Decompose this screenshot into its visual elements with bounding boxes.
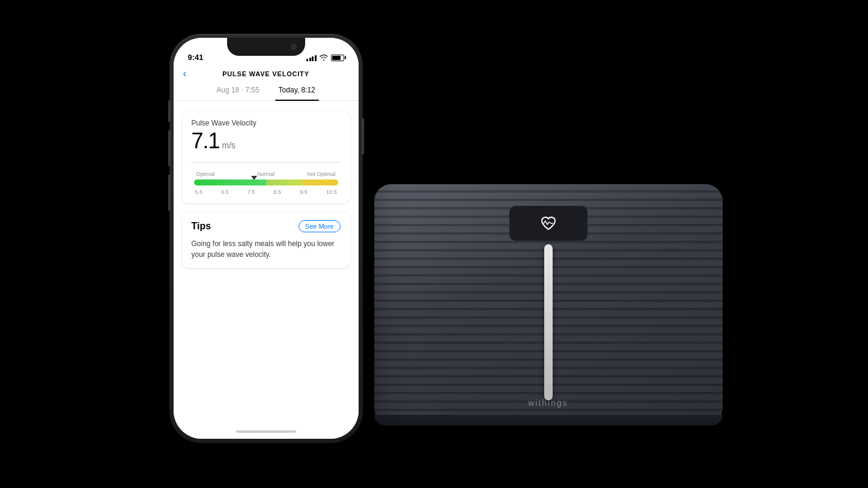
status-time: 9:41 xyxy=(188,53,204,62)
gauge-number-3: 7.5 xyxy=(247,189,255,195)
metric-card: Pulse Wave Velocity 7.1 m/s Optimal Norm… xyxy=(182,110,350,203)
page-title: PULSE WAVE VELOCITY xyxy=(222,70,309,77)
phone-volume-up-button xyxy=(168,130,171,166)
back-button[interactable]: ‹ xyxy=(183,67,187,80)
tips-text: Going for less salty meals will help you… xyxy=(192,238,341,260)
scene: withings 9:41 xyxy=(134,28,735,460)
scale-logo-panel xyxy=(509,206,587,241)
scale-brand-text: withings xyxy=(528,398,568,408)
phone-device: 9:41 xyxy=(170,34,362,442)
signal-bars-icon xyxy=(306,54,317,61)
signal-bar-1 xyxy=(306,59,308,61)
phone-screen: 9:41 xyxy=(174,38,359,439)
date-tab-previous[interactable]: Aug 18 · 7:55 xyxy=(207,83,269,100)
gauge-indicator xyxy=(251,176,257,180)
metric-value: 7.1 xyxy=(192,128,220,154)
phone-outer: 9:41 xyxy=(170,34,362,442)
gauge-container: Optimal Normal Not Optimal xyxy=(192,171,341,195)
gauge-numbers: 5.5 6.5 7.5 8.5 9.5 10.5 xyxy=(194,189,338,195)
gauge-label-optimal: Optimal xyxy=(196,171,246,177)
phone-mute-button xyxy=(168,100,171,122)
gauge-number-1: 5.5 xyxy=(195,189,203,195)
scale-body: withings xyxy=(374,184,723,424)
gauge-number-5: 9.5 xyxy=(300,189,308,195)
date-tabs: Aug 18 · 7:55 Today, 8:12 xyxy=(174,82,359,101)
card-divider xyxy=(192,162,341,163)
gauge-label-not-optimal: Not Optimal xyxy=(287,171,336,177)
see-more-button[interactable]: See More xyxy=(299,220,341,232)
gauge-bar xyxy=(194,179,338,185)
gauge-segment-normal xyxy=(266,179,302,185)
withings-heart-icon xyxy=(538,212,559,234)
battery-fill xyxy=(332,56,341,60)
notch-camera xyxy=(291,44,297,50)
phone-power-button xyxy=(362,118,364,154)
metric-label: Pulse Wave Velocity xyxy=(192,119,341,127)
phone-volume-down-button xyxy=(168,175,171,211)
signal-bar-3 xyxy=(312,56,314,61)
phone-notch xyxy=(227,38,305,56)
scale-bottom-edge xyxy=(374,415,723,426)
date-tab-current[interactable]: Today, 8:12 xyxy=(269,83,325,100)
wifi-icon xyxy=(320,54,328,62)
app-content: ‹ PULSE WAVE VELOCITY Aug 18 · 7:55 Toda… xyxy=(174,64,359,439)
metric-unit: m/s xyxy=(222,140,236,150)
tips-section: Tips See More Going for less salty meals… xyxy=(182,212,350,268)
metric-value-row: 7.1 m/s xyxy=(192,128,341,154)
tips-title: Tips xyxy=(192,221,211,232)
gauge-labels: Optimal Normal Not Optimal xyxy=(194,171,338,177)
scale-electrode xyxy=(544,244,553,400)
gauge-segment-optimal xyxy=(194,179,266,185)
gauge-number-2: 6.5 xyxy=(221,189,229,195)
tips-header: Tips See More xyxy=(192,220,341,232)
signal-bar-4 xyxy=(315,55,317,61)
scale-device: withings xyxy=(350,154,735,442)
status-icons xyxy=(306,54,344,62)
signal-bar-2 xyxy=(309,58,311,61)
nav-header: ‹ PULSE WAVE VELOCITY xyxy=(174,64,359,82)
gauge-segment-not-optimal xyxy=(302,179,338,185)
gauge-number-6: 10.5 xyxy=(326,189,337,195)
home-indicator xyxy=(236,430,296,433)
gauge-number-4: 8.5 xyxy=(274,189,282,195)
battery-icon xyxy=(331,55,344,61)
gauge-bar-wrapper xyxy=(194,179,338,185)
